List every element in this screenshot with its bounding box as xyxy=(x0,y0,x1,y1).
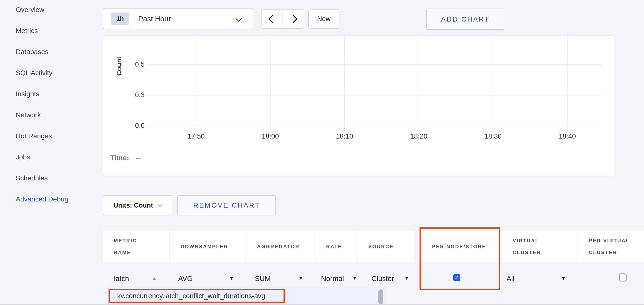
sidebar-item-network[interactable]: Network xyxy=(16,110,41,120)
sidebar-item-schedules[interactable]: Schedules xyxy=(16,173,48,184)
x-tick: 18:10 xyxy=(325,132,364,140)
gridline xyxy=(270,36,270,131)
time-value: -- xyxy=(136,154,141,162)
x-tick: 17:50 xyxy=(176,132,216,140)
sidebar-item-metrics[interactable]: Metrics xyxy=(16,25,38,36)
col-header-metric-name: METRIC NAME xyxy=(103,231,169,262)
gridline xyxy=(196,36,196,131)
x-tick: 18:30 xyxy=(474,132,513,140)
col-header-source: SOURCE xyxy=(358,231,414,262)
chevron-right-icon xyxy=(290,15,298,23)
gridline xyxy=(147,64,602,65)
units-dropdown[interactable]: Units: Count xyxy=(103,195,172,215)
check-icon: ✓ xyxy=(454,275,459,281)
chevron-down-icon xyxy=(158,202,163,207)
metric-suggestion-item[interactable]: kv.concurrency.latch_conflict_wait_durat… xyxy=(117,292,265,300)
caret-down-icon[interactable]: ▼ xyxy=(352,276,357,281)
sidebar-item-advanced-debug[interactable]: Advanced Debug xyxy=(16,194,68,205)
sidebar-item-jobs[interactable]: Jobs xyxy=(16,152,30,163)
source-select[interactable]: Cluster xyxy=(372,275,394,283)
gridline xyxy=(567,36,568,131)
per-virtual-cluster-checkbox[interactable] xyxy=(619,274,626,282)
hover-time-readout: Time: -- xyxy=(110,154,141,162)
chevron-left-icon xyxy=(268,15,276,23)
add-chart-button[interactable]: ADD CHART xyxy=(426,8,504,30)
time-label: Time: xyxy=(110,154,129,162)
x-tick: 18:40 xyxy=(548,132,587,140)
x-tick: 18:00 xyxy=(251,132,290,140)
caret-up-icon[interactable]: ▲ xyxy=(152,276,156,281)
sidebar-item-hot-ranges[interactable]: Hot Ranges xyxy=(16,131,52,141)
col-header-rate: RATE xyxy=(316,231,356,262)
col-header-virtual-cluster: VIRTUAL CLUSTER xyxy=(502,231,577,262)
time-range-label: Past Hour xyxy=(138,15,171,23)
col-header-per-node-store: PER NODE/STORE xyxy=(421,231,498,262)
downsampler-select[interactable]: AVG xyxy=(178,275,192,283)
sidebar-item-databases[interactable]: Databases xyxy=(16,46,48,57)
y-tick: 0.5 xyxy=(125,60,144,68)
gridline xyxy=(418,36,419,131)
remove-chart-button[interactable]: REMOVE CHART xyxy=(178,195,276,215)
gridline xyxy=(147,126,602,126)
time-pager xyxy=(262,9,304,29)
caret-down-icon[interactable]: ▼ xyxy=(404,276,409,281)
y-tick: 0.0 xyxy=(125,122,144,129)
per-node-store-checkbox[interactable]: ✓ xyxy=(453,274,460,281)
time-range-picker[interactable]: 1h Past Hour xyxy=(103,8,253,29)
next-interval-button[interactable] xyxy=(283,9,304,28)
time-range-badge: 1h xyxy=(111,12,130,25)
gridline xyxy=(147,95,602,95)
col-header-downsampler: DOWNSAMPLER xyxy=(170,231,245,262)
col-header-aggregator: AGGREGATOR xyxy=(246,231,314,262)
units-label: Units: Count xyxy=(114,202,153,209)
gridline xyxy=(344,36,345,131)
y-axis-label: Count xyxy=(116,49,123,83)
caret-down-icon[interactable]: ▼ xyxy=(561,276,566,281)
virtual-cluster-select[interactable]: All xyxy=(506,275,514,283)
sidebar-item-insights[interactable]: Insights xyxy=(16,89,40,99)
caret-down-icon[interactable]: ▼ xyxy=(298,276,303,281)
chevron-down-icon xyxy=(236,15,242,21)
now-button[interactable]: Now xyxy=(308,9,340,29)
metric-name-input[interactable]: latch xyxy=(114,275,129,283)
y-tick: 0.3 xyxy=(125,91,144,99)
custom-chart-panel: Count 0.5 0.3 0.0 17:50 18:00 18:10 18:2… xyxy=(103,35,615,176)
sidebar-item-overview[interactable]: Overview xyxy=(16,4,44,15)
gridline xyxy=(493,36,493,131)
caret-down-icon[interactable]: ▼ xyxy=(229,276,234,281)
scrollbar-thumb[interactable] xyxy=(378,289,383,305)
prev-interval-button[interactable] xyxy=(262,9,283,28)
aggregator-select[interactable]: SUM xyxy=(255,275,270,283)
x-tick: 18:20 xyxy=(399,132,438,140)
sidebar-item-sql-activity[interactable]: SQL Activity xyxy=(16,67,52,78)
col-header-per-virtual-cluster: PER VIRTUAL CLUSTER xyxy=(578,231,644,262)
rate-select[interactable]: Normal xyxy=(321,275,344,283)
advanced-debug-custom-chart-page: Overview Metrics Databases SQL Activity … xyxy=(0,0,644,305)
